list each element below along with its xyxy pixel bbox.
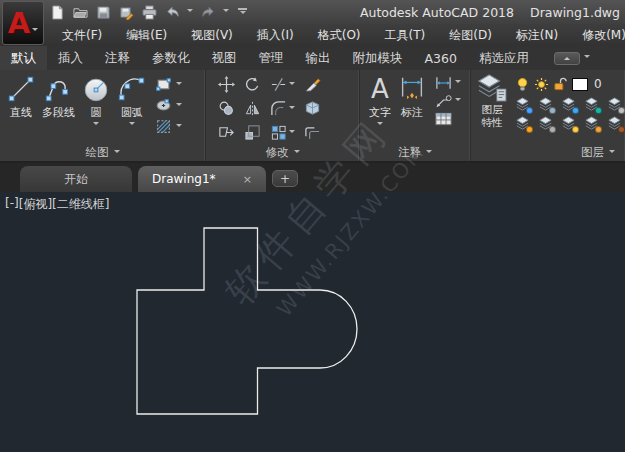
menu-edit[interactable]: 编辑(E) (114, 24, 179, 46)
erase-icon (304, 76, 321, 93)
ribbon-tab-output[interactable]: 输出 (295, 46, 342, 70)
menu-format[interactable]: 格式(O) (306, 24, 373, 46)
ellipse-tool-button[interactable] (155, 97, 182, 114)
polyline-icon (44, 74, 74, 104)
redo-dropdown-icon[interactable] (223, 9, 229, 15)
freeze-layer-button[interactable] (561, 97, 577, 113)
fillet-tool-button[interactable] (270, 100, 295, 117)
file-tab-drawing1[interactable]: Drawing1* × (138, 166, 266, 192)
ellipse-icon (155, 97, 172, 114)
trim-dropdown-icon (289, 82, 295, 88)
unlock-layer-button[interactable] (584, 116, 600, 132)
match-layer-button[interactable] (538, 97, 554, 113)
redo-button[interactable] (199, 3, 217, 21)
undo-dropdown-icon[interactable] (187, 9, 193, 15)
menu-modify[interactable]: 修改(M) (570, 24, 625, 46)
annotate-panel-expander[interactable]: 注释 (360, 144, 470, 161)
viewport-style-control[interactable]: [二维线框] (52, 196, 109, 213)
menu-insert[interactable]: 插入(I) (245, 24, 306, 46)
modify-panel-expander[interactable]: 修改 (206, 144, 359, 161)
trim-tool-button[interactable] (270, 76, 295, 93)
panel-annotate: A 文字 标注 注释 (360, 70, 471, 161)
table-button[interactable] (435, 112, 461, 126)
model-space[interactable] (0, 192, 625, 452)
polyline-tool-label: 多段线 (42, 105, 75, 120)
viewport-minimize-control[interactable]: [-] (5, 196, 19, 213)
linear-dimension-button[interactable] (435, 76, 461, 90)
file-tab-start[interactable]: 开始 (20, 166, 132, 192)
ribbon-tab-view[interactable]: 视图 (201, 46, 248, 70)
array-tool-button[interactable] (270, 124, 295, 141)
ribbon-tab-addins[interactable]: 附加模块 (342, 46, 414, 70)
lock-layer-button[interactable] (584, 97, 600, 113)
plot-button[interactable] (140, 3, 158, 21)
table-icon (435, 112, 452, 126)
ribbon-tab-parametric[interactable]: 参数化 (141, 46, 201, 70)
offset-tool-button[interactable] (304, 124, 321, 141)
viewport-controls: [-] [俯视] [二维线框] (5, 196, 109, 213)
layer-properties-button[interactable]: 图层 特性 (475, 72, 509, 144)
explode-tool-button[interactable] (304, 100, 321, 117)
menu-file[interactable]: 文件(F) (50, 24, 114, 46)
new-tab-button[interactable]: + (272, 170, 298, 187)
layers-panel-expander[interactable]: 图层 (471, 144, 625, 161)
array-icon (270, 124, 287, 141)
layer-off-button[interactable] (515, 116, 531, 132)
customize-qat-button[interactable] (238, 8, 247, 17)
move-tool-button[interactable] (218, 76, 235, 93)
ribbon-collapse-caret-icon (584, 55, 590, 61)
layer-dropdown[interactable]: 0 (515, 74, 623, 94)
scale-icon (244, 124, 261, 141)
ribbon-tab-a360[interactable]: A360 (414, 46, 468, 70)
make-current-layer-button[interactable] (515, 97, 531, 113)
close-tab-icon[interactable]: × (233, 173, 252, 186)
ribbon-tab-manage[interactable]: 管理 (248, 46, 295, 70)
menu-tools[interactable]: 工具(T) (373, 24, 438, 46)
draw-panel-expander[interactable]: 绘图 (0, 144, 205, 161)
save-as-button[interactable] (117, 3, 135, 21)
merge-layer-button[interactable] (607, 116, 623, 132)
ribbon-collapse-button[interactable] (554, 46, 590, 70)
draw-panel-title: 绘图 (86, 145, 109, 160)
open-file-button[interactable] (71, 3, 89, 21)
erase-tool-button[interactable] (304, 76, 321, 93)
arc-tool-button[interactable]: 圆弧 (114, 72, 150, 144)
arc-dropdown-icon[interactable] (129, 122, 135, 128)
circle-dropdown-icon[interactable] (93, 122, 99, 128)
stretch-tool-button[interactable] (218, 124, 235, 141)
ribbon-tab-insert[interactable]: 插入 (47, 46, 94, 70)
thaw-layer-button[interactable] (561, 116, 577, 132)
ribbon-tab-featured-apps[interactable]: 精选应用 (468, 46, 540, 70)
drawing-canvas[interactable]: [-] [俯视] [二维线框] (0, 192, 625, 452)
polyline-tool-button[interactable]: 多段线 (39, 72, 78, 144)
ribbon-tab-annotate[interactable]: 注释 (94, 46, 141, 70)
copy-icon (218, 100, 235, 117)
rotate-tool-button[interactable] (244, 76, 261, 93)
new-file-button[interactable] (48, 3, 66, 21)
application-menu-button[interactable]: A (2, 1, 44, 45)
ribbon-tab-home[interactable]: 默认 (0, 46, 47, 70)
undo-button[interactable] (163, 3, 181, 21)
text-dropdown-icon[interactable] (377, 122, 383, 128)
rectangle-dropdown-icon (176, 82, 182, 88)
leader-button[interactable] (435, 94, 461, 108)
circle-tool-button[interactable]: 圆 (78, 72, 114, 144)
line-tool-button[interactable]: 直线 (3, 72, 39, 144)
hatch-tool-button[interactable] (155, 118, 182, 135)
sun-badge-icon (572, 126, 579, 133)
dimension-tool-button[interactable]: 标注 (394, 72, 430, 144)
copy-tool-button[interactable] (218, 100, 235, 117)
menu-view[interactable]: 视图(V) (179, 24, 245, 46)
text-tool-button[interactable]: A 文字 (366, 72, 394, 144)
rectangle-tool-button[interactable] (155, 76, 182, 93)
isolate-layer-button[interactable] (538, 116, 554, 132)
layer-walk-button[interactable] (607, 97, 623, 113)
quick-access-toolbar (48, 3, 247, 21)
mirror-tool-button[interactable] (244, 100, 261, 117)
ribbon-collapse-icon (554, 52, 580, 65)
save-button[interactable] (94, 3, 112, 21)
viewport-view-control[interactable]: [俯视] (19, 196, 52, 213)
menu-draw[interactable]: 绘图(D) (437, 24, 504, 46)
menu-dimension[interactable]: 标注(N) (504, 24, 570, 46)
scale-tool-button[interactable] (244, 124, 261, 141)
